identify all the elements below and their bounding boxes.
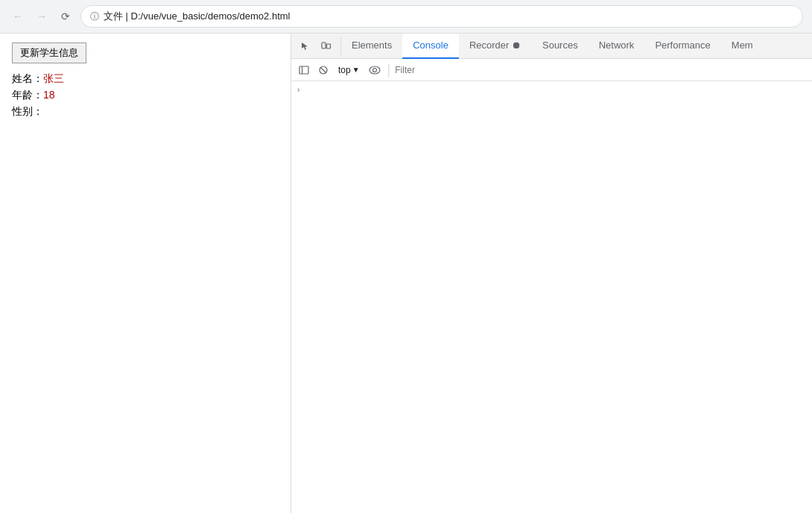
filter-separator: |	[387, 62, 391, 78]
forward-button[interactable]: →	[33, 7, 51, 25]
svg-rect-0	[322, 43, 326, 48]
update-student-button[interactable]: 更新学生信息	[12, 43, 86, 63]
reload-button[interactable]: ⟳	[57, 7, 74, 25]
main-area: 更新学生信息 姓名：张三 年龄：18 性别：	[0, 34, 812, 513]
tab-recorder[interactable]: Recorder ⏺	[459, 34, 532, 59]
live-expressions-button[interactable]	[367, 62, 383, 78]
chevron-down-icon: ▼	[352, 66, 360, 74]
back-button[interactable]: ←	[9, 7, 27, 25]
svg-rect-2	[299, 66, 308, 74]
address-icon: ⓘ	[90, 10, 99, 23]
inspect-element-button[interactable]	[296, 37, 315, 56]
browser-toolbar: ← → ⟳ ⓘ 文件 | D:/vue/vue_basic/demos/demo…	[0, 0, 812, 33]
console-sidebar-button[interactable]	[296, 62, 312, 78]
console-toolbar: top ▼ |	[291, 59, 812, 81]
console-expand-arrow[interactable]: ›	[291, 84, 812, 95]
name-value: 张三	[43, 72, 64, 84]
clear-console-button[interactable]	[315, 62, 332, 78]
page-content: 更新学生信息 姓名：张三 年龄：18 性别：	[0, 34, 291, 513]
address-bar[interactable]: ⓘ 文件 | D:/vue/vue_basic/demos/demo2.html	[80, 5, 803, 28]
svg-line-5	[321, 67, 326, 72]
svg-rect-1	[327, 44, 331, 48]
svg-point-7	[372, 68, 376, 72]
devtools-tabs: Elements Console Recorder ⏺ Sources Netw…	[341, 34, 812, 59]
tab-memory[interactable]: Mem	[721, 34, 764, 59]
svg-point-6	[369, 66, 380, 74]
age-value: 18	[43, 89, 55, 101]
name-label: 姓名：	[12, 72, 43, 84]
right-arrow-icon: ›	[297, 86, 299, 94]
top-label: top	[338, 65, 351, 75]
tab-performance[interactable]: Performance	[644, 34, 720, 59]
devtools-toolbar: Elements Console Recorder ⏺ Sources Netw…	[291, 34, 812, 59]
device-toolbar-button[interactable]	[317, 37, 336, 56]
gender-line: 性别：	[12, 105, 279, 119]
age-line: 年龄：18	[12, 89, 279, 102]
tab-console[interactable]: Console	[402, 34, 459, 59]
gender-label: 性别：	[12, 105, 43, 117]
age-label: 年龄：	[12, 89, 43, 101]
address-url: 文件 | D:/vue/vue_basic/demos/demo2.html	[104, 10, 291, 23]
devtools-panel: Elements Console Recorder ⏺ Sources Netw…	[291, 34, 812, 513]
console-content: ›	[291, 81, 812, 513]
tab-elements[interactable]: Elements	[341, 34, 402, 59]
console-filter-input[interactable]	[395, 65, 808, 75]
tab-sources[interactable]: Sources	[532, 34, 589, 59]
tab-network[interactable]: Network	[589, 34, 645, 59]
devtools-icon-group	[291, 37, 341, 56]
name-line: 姓名：张三	[12, 72, 279, 86]
browser-chrome: ← → ⟳ ⓘ 文件 | D:/vue/vue_basic/demos/demo…	[0, 0, 812, 34]
top-context-selector[interactable]: top ▼	[334, 63, 364, 78]
